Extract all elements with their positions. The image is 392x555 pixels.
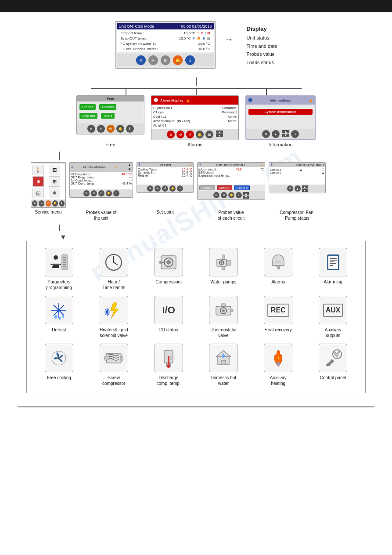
alarm-panel: ❄ Alarm display ▲ Hi press.ckt1Scrollabl…	[151, 95, 239, 140]
service-item-hour-time[interactable]: Hour /Time bands	[88, 248, 140, 290]
free-btn-info[interactable]: ℹ	[126, 125, 134, 133]
circuit-tab-4[interactable]: Circuit 4	[234, 185, 250, 190]
service-item-parameters[interactable]: Parametersprogramming	[33, 248, 85, 290]
service-item-thermostatic[interactable]: Thermostaticvalve	[198, 296, 249, 338]
screen-icon-wrench[interactable]: ⚙	[161, 55, 170, 65]
pu-btn-4[interactable]: 🔔	[106, 190, 112, 196]
probes-btn[interactable]: Probes	[79, 104, 96, 110]
screen-icon-bell[interactable]: 🔔	[173, 55, 183, 65]
probes-circuit-footer: ❄ ⊕ 🔔 ℹ ▲ ▼	[198, 191, 265, 200]
screen-icon-sun[interactable]: ☀	[148, 55, 158, 65]
service-item-domestic-hot[interactable]: Domestic hotwater	[198, 344, 249, 386]
svc-icon-3[interactable]: ⊕	[32, 176, 44, 187]
service-item-discharge-temp[interactable]: Dischargecomp. temp.	[143, 344, 194, 386]
pc-btn-4[interactable]: ℹ	[236, 192, 242, 198]
service-item-alarms[interactable]: Alarms	[252, 248, 304, 290]
cp-down[interactable]: ▼	[302, 189, 308, 192]
icons-btn[interactable]: Icons	[101, 113, 115, 119]
pc-btn-2[interactable]: ⊕	[221, 192, 227, 198]
pu-btn-2[interactable]: ⊕	[91, 190, 97, 196]
free-btn-wrench[interactable]: ⚙	[107, 125, 115, 133]
alarm-down-btn[interactable]: ▼	[216, 134, 223, 137]
sm-btn-2[interactable]: ☀	[39, 200, 44, 207]
second-row: Free Probes Circuits Setpoint Icons ❄ ☀ …	[18, 95, 374, 140]
heat-recovery-icon-box: REC	[264, 296, 292, 324]
alarm-btn-5[interactable]: ▦	[205, 131, 213, 138]
cp-up[interactable]: ▲	[302, 185, 308, 189]
screen-icon-freeze[interactable]: ❄	[136, 55, 146, 65]
service-item-screw-comp[interactable]: Screwcompressor	[88, 344, 140, 386]
alarm-up-btn[interactable]: ▲	[216, 131, 223, 134]
sp-btn-4[interactable]: 🔔	[169, 185, 176, 192]
sm-btn-3[interactable]: ⚙	[46, 200, 51, 207]
alarm-btn-1[interactable]: ⊕	[167, 131, 175, 138]
cp-btn-2[interactable]: ▲	[295, 185, 301, 192]
free-btn-sun[interactable]: ☀	[97, 125, 105, 133]
free-btn-bell[interactable]: 🔔	[116, 125, 124, 133]
alarm-btn-2[interactable]: ⊖	[176, 131, 184, 138]
sm-btn-4[interactable]: 🔔	[52, 200, 58, 207]
probes-down[interactable]: ▼	[128, 167, 131, 171]
info-down-btn[interactable]: ▼	[282, 134, 289, 137]
circuit-tab-2[interactable]: Circuit 2	[199, 185, 215, 190]
system-informations-btn[interactable]: System Informations	[248, 109, 313, 115]
probes-unit-label: Probes value ofthe unit	[69, 210, 133, 221]
alarms-label: Alarms	[271, 279, 285, 285]
control-panel-label: Control panel	[320, 375, 346, 381]
pu-btn-1[interactable]: ❄	[83, 190, 90, 196]
service-item-alarm-log[interactable]: Alarm log	[307, 248, 359, 290]
screen-icon-info[interactable]: ℹ	[185, 55, 195, 65]
alarms-icon-box	[264, 248, 292, 276]
service-item-heat-recovery[interactable]: REC Heat recovery	[252, 296, 304, 338]
sm-btn-5[interactable]: ℹ	[59, 200, 65, 207]
svg-point-27	[277, 267, 280, 269]
heat-recovery-label: Heat recovery	[265, 327, 292, 333]
circuits-btn[interactable]: Circuits	[99, 104, 116, 110]
sp-btn-5[interactable]: ℹ	[177, 185, 183, 192]
svc-icon-5[interactable]: ◱	[32, 188, 44, 198]
svc-icon-1[interactable]: 🚶	[32, 165, 44, 175]
setpoint-btn[interactable]: Setpoint	[79, 113, 97, 119]
cp-btn-1[interactable]: ❄	[287, 185, 293, 192]
pc-btn-3[interactable]: 🔔	[228, 192, 234, 198]
sp-btn-3[interactable]: ↺	[162, 185, 168, 192]
service-item-io-status[interactable]: I/O I/O status	[143, 296, 194, 338]
circuit-tab-3[interactable]: Circuit 3	[217, 185, 233, 190]
info-btn-arrow[interactable]: ▲	[272, 130, 280, 138]
alarms-icon	[267, 251, 289, 273]
pu-btn-3[interactable]: ⊖	[98, 190, 104, 196]
pu-btn-5[interactable]: ℹ	[113, 190, 119, 196]
probes-unit-footer: ❄ ⊕ ⊖ 🔔 ℹ	[70, 189, 133, 197]
service-item-control-panel[interactable]: Control panel	[307, 344, 359, 386]
service-item-free-cooling[interactable]: Free cooling	[33, 344, 85, 386]
svc-icon-2[interactable]: 🖼	[49, 165, 60, 175]
alarm-footer: ⊕ ⊖ ↺ 🔔 ▦ ▲ ▼	[151, 129, 238, 140]
svc-icon-6[interactable]: ❄	[49, 188, 60, 198]
service-item-heaters[interactable]: Heaters/Liquidsolenoid valve	[88, 296, 140, 338]
pc-up[interactable]: ▲	[243, 192, 249, 195]
pc-btn-1[interactable]: ❄	[213, 192, 219, 198]
service-item-water-pumps[interactable]: Water pumps	[198, 248, 249, 290]
sp-btn-2[interactable]: ⊖	[155, 185, 161, 192]
alarm-btn-3[interactable]: ↺	[186, 131, 194, 138]
service-item-compressors[interactable]: Compressors	[143, 248, 194, 290]
svg-point-16	[166, 260, 171, 265]
alarm-btn-4[interactable]: 🔔	[196, 131, 204, 138]
info-btn-freeze[interactable]: ❄	[262, 130, 270, 138]
pc-down[interactable]: ▼	[243, 196, 249, 199]
service-item-aux-outputs[interactable]: AUX Auxiliaryoutputs	[307, 296, 359, 338]
arrow-down-service: ▼	[60, 234, 67, 241]
service-item-aux-heating[interactable]: Auxiliaryheating	[252, 344, 304, 386]
svg-point-69	[277, 362, 280, 366]
probes-up[interactable]: ▲	[128, 163, 131, 167]
sp-btn-1[interactable]: ⊕	[147, 185, 153, 192]
parameters-icon-box	[45, 248, 73, 276]
info-btn-info[interactable]: ℹ	[291, 130, 299, 138]
svg-point-44	[62, 315, 64, 318]
domestic-hot-icon	[212, 347, 234, 369]
free-btn-freeze[interactable]: ❄	[87, 125, 95, 133]
sm-btn-1[interactable]: ❄	[32, 200, 37, 207]
svc-icon-4[interactable]: ⊞	[49, 176, 60, 187]
info-up-btn[interactable]: ▲	[282, 130, 289, 133]
service-item-defrost[interactable]: Defrost	[33, 296, 85, 338]
